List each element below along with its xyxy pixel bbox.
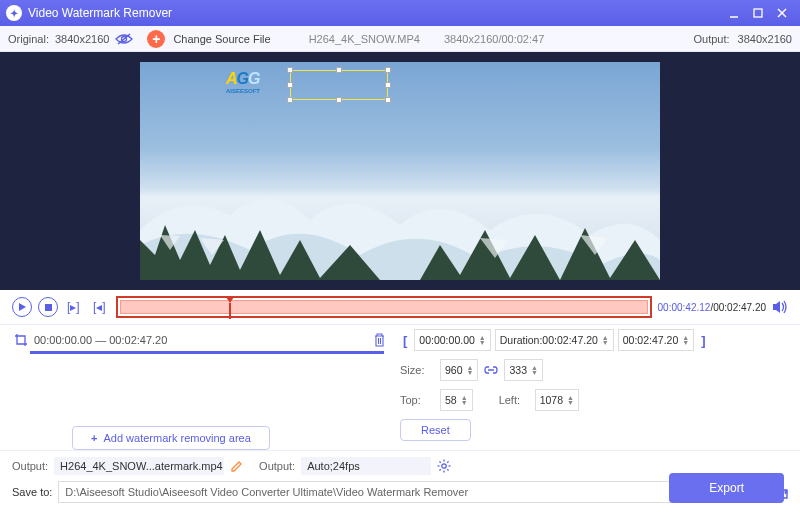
maximize-button[interactable] [746,3,770,23]
original-resolution: Original: 3840x2160 [8,32,133,46]
area-duration-bar [30,351,384,354]
handle-bm[interactable] [336,97,342,103]
end-time-input[interactable]: 00:02:47.20▲▼ [618,329,694,351]
svg-marker-6 [19,303,26,311]
app-title: Video Watermark Remover [28,6,722,20]
svg-rect-7 [45,304,52,311]
left-label: Left: [499,394,529,406]
handle-tm[interactable] [336,67,342,73]
plus-icon: + [91,432,97,444]
video-preview[interactable]: AGG AISEESOFT [140,62,660,280]
original-value: 3840x2160 [55,33,109,45]
area-properties: [ 00:00:00.00▲▼ Duration:00:02:47.20▲▼ 0… [400,329,788,450]
svg-line-15 [440,461,441,462]
handle-br[interactable] [385,97,391,103]
area-item[interactable]: 00:00:00.00 — 00:02:47.20 [12,329,388,351]
svg-point-10 [442,464,446,468]
add-source-icon[interactable]: + [147,30,165,48]
next-frame-button[interactable]: [◂] [90,297,110,317]
width-input[interactable]: 960▲▼ [440,359,478,381]
area-range: 00:00:00.00 — 00:02:47.20 [34,334,367,346]
preview-area: AGG AISEESOFT [0,52,800,290]
set-end-bracket[interactable]: ] [698,333,708,348]
handle-mr[interactable] [385,82,391,88]
rename-icon[interactable] [230,460,243,473]
set-start-bracket[interactable]: [ [400,333,410,348]
change-source-button[interactable]: Change Source File [173,33,270,45]
edit-panes: 00:00:00.00 — 00:02:47.20 + Add watermar… [0,325,800,450]
add-area-button[interactable]: + Add watermark removing area [72,426,270,450]
position-row: Top: 58▲▼ Left: 1078▲▼ [400,389,788,411]
svg-text:[▸]: [▸] [67,300,80,314]
source-fileinfo: 3840x2160/00:02:47 [444,33,544,45]
left-input[interactable]: 1078▲▼ [535,389,579,411]
watermark-logo: AGG AISEESOFT [226,70,260,94]
add-area-label: Add watermark removing area [103,432,250,444]
link-aspect-icon[interactable] [484,364,498,376]
svg-line-17 [440,469,441,470]
save-path: D:\Aiseesoft Studio\Aiseesoft Video Conv… [58,481,730,503]
trees-graphic [140,200,660,280]
svg-line-18 [447,461,448,462]
timeline[interactable] [116,296,652,318]
delete-area-icon[interactable] [373,333,386,347]
size-label: Size: [400,364,434,376]
preview-toggle-icon[interactable] [115,32,133,46]
top-label: Top: [400,394,434,406]
crop-icon [14,333,28,347]
start-time-input[interactable]: 00:00:00.00▲▼ [414,329,490,351]
handle-ml[interactable] [287,82,293,88]
time-display: 00:00:42.12/00:02:47.20 [658,302,766,313]
size-row: Size: 960▲▼ 333▲▼ [400,359,788,381]
current-time: 00:00:42.12 [658,302,711,313]
play-button[interactable] [12,297,32,317]
info-toolbar: Original: 3840x2160 + Change Source File… [0,26,800,52]
handle-bl[interactable] [287,97,293,103]
minimize-button[interactable] [722,3,746,23]
output-settings-value: Auto;24fps [301,457,431,475]
output-filename: H264_4K_SNOW...atermark.mp4 [54,457,224,475]
output-res-label: Output: [693,33,729,45]
volume-icon[interactable] [772,300,788,314]
duration-input[interactable]: Duration:00:02:47.20▲▼ [495,329,614,351]
save-to-label: Save to: [12,486,52,498]
settings-icon[interactable] [437,459,451,473]
output-settings-label: Output: [259,460,295,472]
original-label: Original: [8,33,49,45]
height-input[interactable]: 333▲▼ [504,359,542,381]
reset-button[interactable]: Reset [400,419,471,441]
handle-tr[interactable] [385,67,391,73]
playback-controls: [▸] [◂] 00:00:42.12/00:02:47.20 [0,290,800,325]
svg-text:[◂]: [◂] [93,300,106,314]
svg-rect-1 [754,9,762,17]
source-filename: H264_4K_SNOW.MP4 [309,33,420,45]
playhead[interactable] [226,297,234,305]
svg-line-16 [447,469,448,470]
handle-tl[interactable] [287,67,293,73]
title-bar: ✦ Video Watermark Remover [0,0,800,26]
time-range-row: [ 00:00:00.00▲▼ Duration:00:02:47.20▲▼ 0… [400,329,788,351]
top-input[interactable]: 58▲▼ [440,389,473,411]
total-time: 00:02:47.20 [713,302,766,313]
output-file-label: Output: [12,460,48,472]
areas-list: 00:00:00.00 — 00:02:47.20 + Add watermar… [12,329,388,450]
app-icon: ✦ [6,5,22,21]
output-res-value: 3840x2160 [738,33,792,45]
selection-rectangle[interactable] [290,70,388,100]
close-button[interactable] [770,3,794,23]
export-button[interactable]: Export [669,473,784,503]
prev-frame-button[interactable]: [▸] [64,297,84,317]
stop-button[interactable] [38,297,58,317]
